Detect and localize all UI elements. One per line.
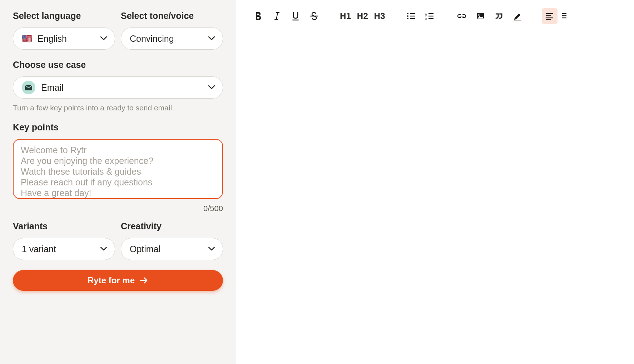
usecase-hint: Turn a few key points into a ready to se… [13,104,223,112]
ryte-for-me-button[interactable]: Ryte for me [13,270,223,291]
align-left-button[interactable] [542,8,558,24]
app-root: Select language 🇺🇸 English Select tone/v… [0,0,634,364]
field-usecase: Choose use case Email Turn a few key poi… [13,60,223,112]
language-select[interactable]: 🇺🇸 English [13,28,115,50]
bold-button[interactable] [251,8,266,24]
svg-point-3 [407,13,408,14]
field-language: Select language 🇺🇸 English [13,11,115,50]
editor-toolbar: H1 H2 H3 123 [236,0,634,32]
field-creativity: Creativity Optimal [121,221,223,260]
link-button[interactable] [454,8,470,24]
text-style-group [251,8,322,24]
language-label: Select language [13,11,115,21]
h2-button[interactable]: H2 [356,9,370,23]
chevron-down-icon [100,36,107,41]
svg-point-7 [407,18,408,19]
svg-text:2: 2 [425,15,427,18]
field-keypoints: Key points 0/500 [13,122,223,213]
strikethrough-button[interactable] [306,8,322,24]
chevron-down-icon [100,247,107,251]
variants-value: 1 variant [22,244,56,254]
row-lang-tone: Select language 🇺🇸 English Select tone/v… [13,11,223,50]
creativity-label: Creativity [121,221,223,231]
usecase-select[interactable]: Email [13,76,223,99]
field-tone: Select tone/voice Convincing [121,11,223,50]
svg-text:1: 1 [425,13,427,15]
svg-point-16 [478,14,480,16]
editor-content-area[interactable] [236,32,634,364]
highlight-button[interactable] [510,8,525,24]
numbered-list-button[interactable]: 123 [422,8,437,24]
heading-group: H1 H2 H3 [338,9,387,23]
usecase-value: Email [41,83,64,93]
underline-button[interactable] [288,8,303,24]
creativity-select[interactable]: Optimal [121,238,223,260]
align-more-button[interactable] [560,8,568,24]
chevron-down-icon [208,36,215,41]
h1-button[interactable]: H1 [338,9,353,23]
svg-point-5 [407,15,408,17]
email-icon [22,81,35,94]
insert-group [454,8,525,24]
tone-label: Select tone/voice [121,11,223,21]
keypoints-label: Key points [13,122,223,133]
tone-value: Convincing [130,34,174,44]
quote-button[interactable] [491,8,507,24]
bullet-list-button[interactable] [403,8,419,24]
tone-select[interactable]: Convincing [121,28,223,50]
h3-button[interactable]: H3 [372,9,387,23]
italic-button[interactable] [269,8,285,24]
creativity-value: Optimal [130,244,160,254]
variants-label: Variants [13,221,115,231]
cta-label: Ryte for me [88,275,135,285]
keypoints-wrap [13,139,223,200]
language-value: English [38,34,67,44]
config-sidebar: Select language 🇺🇸 English Select tone/v… [0,0,236,364]
align-group [542,8,568,24]
flag-icon: 🇺🇸 [22,34,33,44]
row-variants-creativity: Variants 1 variant Creativity Optimal [13,221,223,260]
image-button[interactable] [472,8,488,24]
usecase-label: Choose use case [13,60,223,70]
keypoints-counter: 0/500 [13,204,223,213]
list-group: 123 [403,8,437,24]
chevron-down-icon [208,85,215,90]
field-variants: Variants 1 variant [13,221,115,260]
arrow-right-icon [140,277,148,284]
svg-text:3: 3 [425,18,427,20]
editor-pane: H1 H2 H3 123 [236,0,634,364]
variants-select[interactable]: 1 variant [13,238,115,260]
keypoints-input[interactable] [13,139,223,199]
chevron-down-icon [208,247,215,251]
